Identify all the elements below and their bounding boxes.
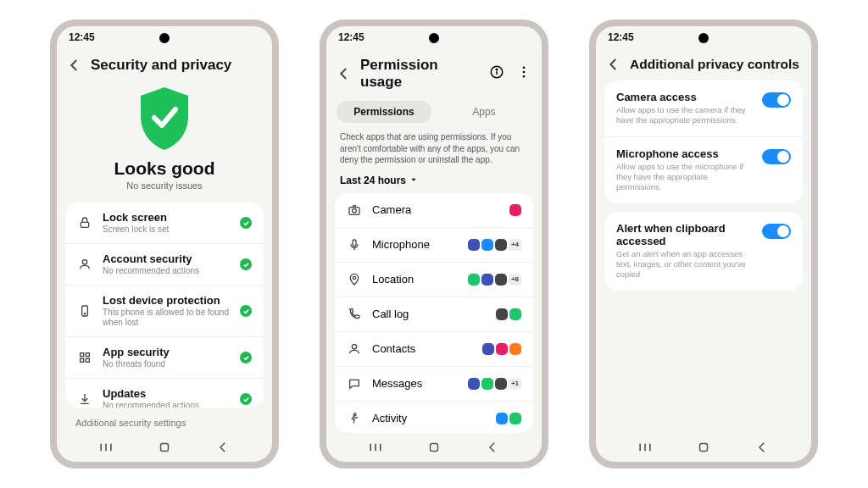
setting-title: Camera access — [616, 91, 754, 103]
contacts-icon — [347, 341, 362, 357]
row-sub: Screen lock is set — [103, 225, 230, 235]
row-lock-screen[interactable]: Lock screenScreen lock is set — [65, 202, 264, 243]
svg-point-23 — [353, 276, 355, 279]
app-chips: +1 — [468, 378, 521, 390]
perm-row-camera[interactable]: Camera — [335, 193, 533, 227]
svg-rect-0 — [81, 222, 88, 227]
svg-point-3 — [84, 313, 85, 314]
more-icon[interactable] — [516, 64, 531, 83]
svg-point-14 — [496, 69, 498, 70]
setting-microphone-access[interactable]: Microphone accessAllow apps to use the m… — [604, 136, 803, 203]
grid-icon — [77, 350, 92, 365]
content: Looks good No security issues Lock scree… — [57, 82, 272, 433]
svg-point-20 — [353, 208, 357, 213]
setting-title: Alert when clipboard accessed — [616, 222, 754, 247]
toggle-on[interactable] — [762, 92, 791, 108]
row-app-security[interactable]: App securityNo threats found — [65, 336, 264, 378]
svg-point-16 — [523, 71, 526, 74]
setting-sub: Allow apps to use the microphone if they… — [616, 162, 754, 193]
tabs: Permissions Apps — [337, 101, 531, 123]
app-chips: +4 — [468, 239, 521, 251]
nav-back-icon[interactable] — [483, 438, 502, 457]
row-title: Lost device protection — [103, 294, 230, 307]
message-icon — [347, 376, 362, 391]
setting-sub: Get an alert when an app accesses text, … — [616, 249, 754, 280]
back-icon[interactable] — [337, 66, 352, 81]
description: Check apps that are using permissions. I… — [326, 131, 542, 175]
svg-rect-6 — [81, 358, 84, 362]
app-chips: +8 — [468, 274, 521, 286]
status-time: 12:45 — [69, 31, 95, 43]
filter-label: Last 24 hours — [340, 175, 406, 186]
setting-clipboard-alert[interactable]: Alert when clipboard accessedGet an aler… — [604, 212, 803, 291]
user-shield-icon — [77, 257, 92, 272]
svg-point-15 — [523, 66, 526, 69]
perm-label: Location — [372, 273, 458, 286]
page-title: Permission usage — [360, 57, 481, 91]
check-icon — [240, 217, 252, 229]
phone-find-icon — [77, 303, 92, 319]
perm-row-activity[interactable]: Activity — [335, 401, 533, 434]
header: Additional privacy controls — [596, 50, 811, 80]
row-sub: No recommended actions — [103, 401, 230, 408]
shield-check-icon — [136, 86, 193, 152]
app-chips — [509, 204, 521, 216]
toggle-on[interactable] — [762, 149, 791, 164]
additional-settings-link[interactable]: Additional security settings — [57, 408, 272, 433]
phone-privacy-controls: 12:45 Additional privacy controls Camera… — [589, 19, 818, 469]
perm-row-location[interactable]: Location+8 — [335, 262, 533, 297]
toggle-on[interactable] — [762, 224, 791, 239]
nav-home-icon[interactable] — [425, 438, 443, 457]
svg-rect-21 — [353, 240, 356, 246]
page-title: Security and privacy — [91, 57, 231, 74]
status-time: 12:45 — [338, 31, 364, 43]
camera-hole — [698, 33, 709, 43]
row-updates[interactable]: UpdatesNo recommended actions — [65, 378, 264, 408]
setting-sub: Allow apps to use the camera if they hav… — [616, 105, 754, 126]
perm-row-contacts[interactable]: Contacts — [335, 331, 533, 366]
app-chips — [496, 413, 521, 424]
page-title: Additional privacy controls — [630, 57, 799, 72]
app-chips — [482, 343, 521, 355]
setting-camera-access[interactable]: Camera accessAllow apps to use the camer… — [604, 80, 803, 136]
back-icon[interactable] — [67, 58, 82, 73]
svg-rect-11 — [161, 444, 169, 452]
row-title: Lock screen — [103, 211, 230, 224]
nav-back-icon[interactable] — [753, 438, 771, 457]
settings-group-2: Alert when clipboard accessedGet an aler… — [604, 212, 803, 291]
row-title: Updates — [103, 387, 230, 400]
row-title: App security — [103, 346, 230, 358]
perm-label: Camera — [372, 203, 499, 216]
tab-apps[interactable]: Apps — [437, 101, 531, 123]
status-subtitle: No security issues — [126, 180, 202, 191]
activity-icon — [347, 411, 362, 426]
chevron-down-icon — [409, 175, 418, 186]
svg-rect-33 — [700, 444, 708, 452]
header: Security and privacy — [57, 50, 272, 82]
nav-back-icon[interactable] — [214, 438, 232, 457]
perm-row-microphone[interactable]: Microphone+4 — [335, 227, 533, 262]
content: Camera accessAllow apps to use the camer… — [596, 80, 811, 433]
tab-permissions[interactable]: Permissions — [337, 101, 431, 123]
perm-row-messages[interactable]: Messages+1 — [335, 366, 533, 401]
row-account-security[interactable]: Account securityNo recommended actions — [65, 243, 264, 285]
row-lost-device[interactable]: Lost device protectionThis phone is allo… — [65, 285, 264, 336]
nav-recents-icon[interactable] — [97, 438, 115, 457]
svg-point-1 — [82, 260, 86, 264]
check-icon — [240, 305, 252, 317]
info-icon[interactable] — [489, 64, 504, 83]
time-filter[interactable]: Last 24 hours — [326, 175, 542, 193]
back-icon[interactable] — [606, 57, 621, 72]
nav-home-icon[interactable] — [155, 438, 174, 457]
row-title: Account security — [103, 252, 230, 265]
nav-bar — [326, 433, 542, 462]
nav-recents-icon[interactable] — [636, 438, 654, 457]
nav-home-icon[interactable] — [694, 438, 713, 457]
perm-label: Messages — [372, 377, 458, 390]
nav-recents-icon[interactable] — [366, 438, 385, 457]
lock-icon — [77, 215, 92, 230]
security-list: Lock screenScreen lock is set Account se… — [65, 202, 264, 408]
row-sub: This phone is allowed to be found when l… — [103, 308, 230, 328]
download-icon — [77, 391, 92, 407]
perm-row-call-log[interactable]: Call log — [335, 297, 533, 331]
